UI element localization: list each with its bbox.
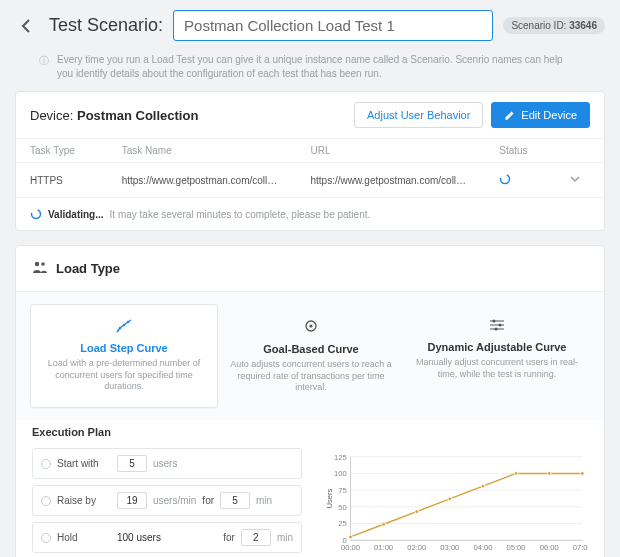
svg-text:06:00: 06:00 [540,543,559,552]
info-icon: ⓘ [39,54,49,81]
svg-text:Users: Users [325,488,334,508]
load-type-option-dynamic[interactable]: Dynamic Adjustable Curve Manually adjust… [404,304,590,408]
validating-row: Validating... It may take several minute… [16,197,604,230]
svg-point-5 [123,324,125,326]
users-icon [32,260,48,277]
execution-plan-title: Execution Plan [32,426,588,438]
step-dot-icon [41,533,51,543]
status-spinner [485,163,556,198]
step-dot-icon [41,459,51,469]
plan-row-hold: Hold 100 users for 2 min [32,522,302,553]
load-type-option-step[interactable]: Load Step Curve Load with a pre-determin… [30,304,218,408]
target-icon [226,318,396,337]
start-users-input[interactable]: 5 [117,455,147,472]
load-type-card: Load Type Load Step Curve Load with a pr… [15,245,605,557]
raise-users-input[interactable]: 19 [117,492,147,509]
expand-row-button[interactable] [556,163,604,198]
svg-text:50: 50 [338,503,346,512]
svg-point-8 [309,324,312,327]
svg-text:07:00: 07:00 [573,543,588,552]
svg-point-42 [514,472,518,476]
svg-text:05:00: 05:00 [507,543,526,552]
col-status: Status [485,139,556,163]
svg-point-40 [448,497,452,501]
svg-point-0 [501,175,510,184]
svg-text:75: 75 [338,486,346,495]
svg-text:03:00: 03:00 [440,543,459,552]
svg-point-6 [127,321,129,323]
col-url: URL [296,139,485,163]
col-task-type: Task Type [16,139,108,163]
back-button[interactable] [15,14,39,38]
table-row: HTTPS https://www.getpostman.com/collect… [16,163,604,198]
device-card: Device: Postman Collection Adjust User B… [15,91,605,231]
svg-point-41 [481,484,485,488]
execution-chart: 025507510012500:0001:0002:0003:0004:0005… [322,448,588,557]
svg-text:04:00: 04:00 [473,543,492,552]
svg-point-14 [495,328,498,331]
info-text: Every time you run a Load Test you can g… [57,53,581,81]
svg-point-44 [580,472,584,476]
svg-point-43 [547,472,551,476]
svg-text:02:00: 02:00 [407,543,426,552]
page-title: Test Scenario: [49,15,163,36]
svg-point-13 [499,324,502,327]
svg-text:25: 25 [338,519,346,528]
step-dot-icon [41,496,51,506]
sliders-icon [412,318,582,335]
plan-row-raise: Raise by 19 users/min for 5 min [32,485,302,516]
scenario-id-badge: Scenario ID: 33646 [503,17,605,34]
svg-text:125: 125 [334,453,347,462]
svg-text:00:00: 00:00 [341,543,360,552]
adjust-user-behavior-button[interactable]: Adjust User Behavior [354,102,483,128]
hold-duration-input[interactable]: 2 [241,529,271,546]
svg-point-12 [493,320,496,323]
svg-point-1 [32,210,41,219]
svg-text:100: 100 [334,469,347,478]
edit-device-button[interactable]: Edit Device [491,102,590,128]
plan-row-start: Start with 5 users [32,448,302,479]
pencil-icon [504,110,515,121]
svg-text:01:00: 01:00 [374,543,393,552]
svg-point-4 [119,327,121,329]
raise-duration-input[interactable]: 5 [220,492,250,509]
scenario-name-input[interactable] [173,10,493,41]
svg-point-38 [382,522,386,526]
device-table: Task Type Task Name URL Status HTTPS htt… [16,138,604,197]
col-task-name: Task Name [108,139,297,163]
svg-point-39 [415,510,419,514]
svg-point-3 [41,262,45,266]
spinner-icon [30,208,42,220]
spinner-icon [499,173,511,185]
arrow-left-icon [19,18,35,34]
device-title: Device: Postman Collection [30,108,198,123]
load-type-title: Load Type [56,261,120,276]
step-curve-icon [39,319,209,336]
svg-point-37 [349,535,353,539]
chevron-down-icon [570,174,580,184]
load-type-option-goal[interactable]: Goal-Based Curve Auto adjusts concurrent… [218,304,404,408]
svg-point-2 [35,262,39,266]
